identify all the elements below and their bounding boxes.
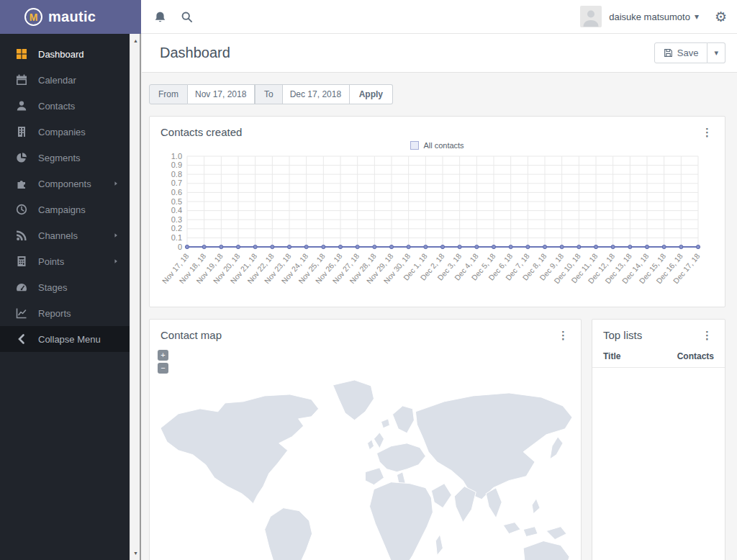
date-to-input[interactable] [283,84,350,104]
sidebar-item-components[interactable]: Components [0,171,130,197]
sidebar-item-reports[interactable]: Reports [0,300,130,326]
avatar[interactable] [580,6,602,27]
sidebar-item-segments[interactable]: Segments [0,145,130,171]
calendar-icon [16,74,27,86]
user-menu[interactable]: daisuke matsumoto [609,12,690,22]
sidebar-item-label: Campaigns [38,204,86,215]
date-range-filter: From To Apply [149,84,393,104]
gauge-icon [16,281,27,293]
puzzle-icon [16,178,27,189]
search-icon[interactable] [181,11,193,23]
contacts-created-title: Contacts created [160,126,242,138]
svg-text:0.5: 0.5 [171,197,182,206]
save-dropdown-button[interactable]: ▾ [707,42,725,63]
chart-legend[interactable]: All contacts [150,141,725,150]
sidebar-item-label: Channels [38,230,78,241]
column-contacts: Contacts [677,351,714,361]
contact-map-title: Contact map [160,329,222,341]
svg-text:0.7: 0.7 [171,179,182,187]
svg-text:0.3: 0.3 [171,215,182,224]
sidebar-item-label: Calendar [38,75,76,86]
clock-icon [16,204,27,215]
sidebar-item-label: Points [38,256,64,267]
line-chart-icon [16,307,27,319]
chevron-right-icon [112,232,119,239]
top-lists-table-header: Title Contacts [592,347,725,368]
sidebar-item-label: Companies [38,127,86,137]
chevron-left-icon [16,333,27,345]
kebab-menu-icon[interactable]: ⋮ [556,330,570,340]
page-title: Dashboard [160,45,230,61]
sidebar-scrollbar[interactable]: ▲ ▼ [130,34,142,560]
pie-chart-icon [16,152,27,163]
column-title: Title [603,351,620,361]
contacts-created-chart: 1.00.90.80.70.60.50.40.30.20.10Nov 17, 1… [150,151,725,298]
chevron-down-icon[interactable]: ▾ [695,12,699,22]
apply-button[interactable]: Apply [350,84,393,104]
svg-text:0.8: 0.8 [171,170,182,179]
bell-icon[interactable] [154,11,166,23]
scrollbar-thumb[interactable] [140,34,141,560]
sidebar-item-label: Segments [38,153,81,163]
sidebar-item-label: Reports [38,308,71,319]
sidebar-item-contacts[interactable]: Contacts [0,93,130,119]
map-zoom-out-button[interactable]: − [158,363,168,374]
contacts-created-panel: Contacts created ⋮ All contacts 1.00.90.… [149,116,725,307]
svg-text:0: 0 [178,243,182,251]
user-icon [16,100,27,112]
svg-text:0.1: 0.1 [171,233,182,242]
main-content: Dashboard Save ▾ From To Apply Contacts … [142,34,737,560]
sidebar-collapse-menu[interactable]: Collapse Menu [0,326,130,352]
brand-logo[interactable]: M mautic [0,0,141,34]
page-header: Dashboard Save ▾ [142,34,737,73]
to-label: To [255,84,283,104]
mautic-logo-icon: M [24,8,42,26]
sidebar-item-points[interactable]: Points [0,248,130,274]
kebab-menu-icon[interactable]: ⋮ [700,330,714,340]
sidebar-item-calendar[interactable]: Calendar [0,67,130,93]
legend-swatch [410,141,419,150]
sidebar: DashboardCalendarContactsCompaniesSegmen… [0,34,130,560]
svg-text:1.0: 1.0 [171,152,182,161]
grid-icon [16,48,27,60]
svg-text:0.2: 0.2 [171,224,182,232]
world-map[interactable] [150,346,581,560]
map-zoom-in-button[interactable]: + [158,350,168,361]
save-button[interactable]: Save [654,42,708,63]
svg-text:0.4: 0.4 [171,206,182,214]
sidebar-item-dashboard[interactable]: Dashboard [0,41,130,67]
top-lists-title: Top lists [603,329,642,341]
sidebar-item-label: Stages [38,282,67,293]
brand-name: mautic [48,9,96,25]
kebab-menu-icon[interactable]: ⋮ [700,127,714,137]
sidebar-item-campaigns[interactable]: Campaigns [0,197,130,222]
svg-text:0.6: 0.6 [171,188,182,197]
from-label: From [149,84,188,104]
calculator-icon [16,256,27,267]
top-lists-panel: Top lists ⋮ Title Contacts [592,319,725,560]
sidebar-item-label: Dashboard [38,49,84,60]
save-icon [664,48,673,58]
gear-icon[interactable]: ⚙ [715,10,727,24]
sidebar-item-channels[interactable]: Channels [0,222,130,248]
chevron-right-icon [112,180,119,187]
sidebar-item-companies[interactable]: Companies [0,119,130,145]
contact-map-panel: Contact map ⋮ + − [149,319,582,560]
svg-text:0.9: 0.9 [171,161,182,169]
sidebar-item-label: Contacts [38,101,75,112]
building-icon [16,126,27,137]
rss-icon [16,230,27,241]
sidebar-item-stages[interactable]: Stages [0,274,130,300]
top-bar: daisuke matsumoto ▾ ⚙ [141,0,737,34]
collapse-menu-label: Collapse Menu [38,334,101,345]
sidebar-item-label: Components [38,179,91,189]
date-from-input[interactable] [188,84,255,104]
chevron-right-icon [112,258,119,265]
